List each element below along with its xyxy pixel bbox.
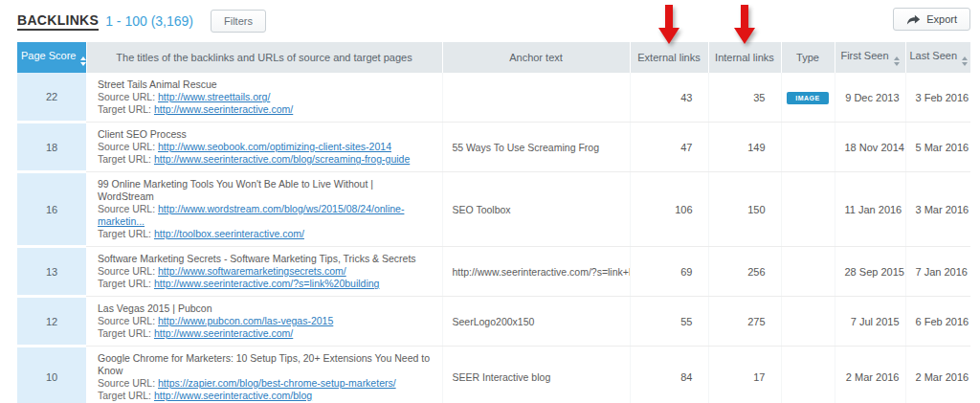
internal-links-count: 17 <box>708 347 781 403</box>
anchor-text: 55 Ways To Use Screaming Frog <box>442 123 630 172</box>
source-url-link[interactable]: https://zapier.com/blog/best-chrome-setu… <box>158 377 396 389</box>
page-score-value: 10 <box>17 347 86 403</box>
target-url-label: Target URL: <box>98 153 151 165</box>
column-header-external-links: External links <box>630 42 708 73</box>
anchor-text: SEER Interactive blog <box>442 347 630 403</box>
backlink-title: Software Marketing Secrets - Software Ma… <box>98 253 433 265</box>
page-score-value: 18 <box>17 123 86 172</box>
first-seen-date: 9 Dec 2013 <box>835 73 905 123</box>
external-links-count: 106 <box>630 172 708 247</box>
source-url-label: Source URL: <box>98 377 155 389</box>
source-url-link[interactable]: http://www.pubcon.com/las-vegas-2015 <box>158 315 333 326</box>
target-url-link[interactable]: http://www.seerinteractive.com/blog/scre… <box>154 153 410 165</box>
table-row: 22 Street Tails Animal Rescue Source URL… <box>17 73 970 123</box>
target-url-label: Target URL: <box>98 103 151 115</box>
column-header-last-seen[interactable]: Last Seen <box>905 42 970 73</box>
export-button[interactable]: Export <box>893 8 970 31</box>
source-url-label: Source URL: <box>98 315 155 326</box>
filters-button[interactable]: Filters <box>211 10 266 33</box>
internal-links-count: 149 <box>708 123 781 172</box>
target-url-label: Target URL: <box>98 390 151 401</box>
column-header-page-score[interactable]: Page Score <box>17 42 86 73</box>
internal-links-count: 150 <box>708 172 781 247</box>
source-url-label: Source URL: <box>98 203 155 214</box>
first-seen-date: 28 Sep 2015 <box>835 247 905 297</box>
sort-icon <box>894 56 900 66</box>
backlink-title: Las Vegas 2015 | Pubcon <box>98 302 433 315</box>
type-cell <box>781 172 835 247</box>
internal-links-count: 256 <box>708 247 781 297</box>
anchor-text: http://www.seerinteractive.com/?s=link+b… <box>442 247 630 297</box>
source-url-label: Source URL: <box>98 91 155 102</box>
backlink-title-cell: Street Tails Animal Rescue Source URL: h… <box>86 73 442 123</box>
table-row: 13 Software Marketing Secrets - Software… <box>17 247 970 297</box>
external-links-count: 43 <box>630 73 708 123</box>
first-seen-date: 2 Mar 2016 <box>835 347 905 403</box>
anchor-text: SEO Toolbox <box>442 172 630 247</box>
external-links-count: 84 <box>630 347 708 403</box>
table-row: 16 99 Online Marketing Tools You Won't B… <box>17 172 970 247</box>
page-score-value: 22 <box>17 73 86 123</box>
backlink-title-cell: Software Marketing Secrets - Software Ma… <box>86 247 442 297</box>
backlink-title: Street Tails Animal Rescue <box>98 78 433 91</box>
sort-icon <box>80 56 86 66</box>
backlink-title-cell: 99 Online Marketing Tools You Won't Be A… <box>86 172 442 247</box>
last-seen-date: 6 Feb 2016 <box>905 297 970 347</box>
report-header-bar: BACKLINKS 1 - 100 (3,169) Filters Export <box>17 0 970 42</box>
target-url-label: Target URL: <box>98 278 151 289</box>
source-url-link[interactable]: http://www.softwaremarketingsecrets.com/ <box>158 265 346 277</box>
target-url-link[interactable]: http://www.seerinteractive.com/blog <box>154 390 312 401</box>
page-score-value: 16 <box>17 172 86 247</box>
source-url-label: Source URL: <box>98 265 155 277</box>
table-row: 18 Client SEO Process Source URL: http:/… <box>17 123 970 172</box>
result-range-count: 1 - 100 (3,169) <box>105 13 193 29</box>
backlink-title: 99 Online Marketing Tools You Won't Be A… <box>98 178 433 203</box>
backlink-title-cell: Google Chrome for Marketers: 10 Setup Ti… <box>86 347 442 403</box>
last-seen-date: 2 Mar 2016 <box>905 347 970 403</box>
red-arrow-annotation-internal-links <box>731 4 758 45</box>
column-header-first-seen[interactable]: First Seen <box>835 42 905 73</box>
backlink-title-cell: Las Vegas 2015 | Pubcon Source URL: http… <box>86 297 442 347</box>
internal-links-count: 275 <box>708 297 781 347</box>
column-header-internal-links: Internal links <box>708 42 781 73</box>
target-url-link[interactable]: http://www.seerinteractive.com/ <box>154 103 293 115</box>
target-url-link[interactable]: http://www.seerinteractive.com/ <box>154 327 293 339</box>
page-score-value: 12 <box>17 297 86 347</box>
red-arrow-annotation-external-links <box>656 4 682 45</box>
last-seen-date: 7 Jan 2016 <box>905 247 970 297</box>
anchor-text <box>442 73 630 123</box>
target-url-link[interactable]: http://toolbox.seerinteractive.com/ <box>154 228 304 239</box>
last-seen-date: 5 Mar 2016 <box>905 123 970 172</box>
column-header-titles: The titles of the backlinks and URLs of … <box>86 42 442 73</box>
sort-icon <box>962 56 968 66</box>
backlink-title-cell: Client SEO Process Source URL: http://ww… <box>86 123 442 172</box>
backlinks-table: Page Score The titles of the backlinks a… <box>17 42 970 403</box>
backlinks-report-screen: BACKLINKS 1 - 100 (3,169) Filters Export… <box>0 0 980 403</box>
page-title: BACKLINKS <box>17 12 99 31</box>
target-url-link[interactable]: http://www.seerinteractive.com/?s=link%2… <box>154 278 380 289</box>
type-cell: IMAGE <box>781 73 835 123</box>
table-row: 12 Las Vegas 2015 | Pubcon Source URL: h… <box>17 297 970 347</box>
anchor-text: SeerLogo200x150 <box>442 297 630 347</box>
export-arrow-icon <box>906 14 921 25</box>
type-cell <box>781 297 835 347</box>
source-url-link[interactable]: http://www.seobook.com/optimizing-client… <box>158 141 391 152</box>
external-links-count: 47 <box>630 123 708 172</box>
internal-links-count: 35 <box>708 73 781 123</box>
source-url-link[interactable]: http://www.streettails.org/ <box>158 91 270 102</box>
table-header-row: Page Score The titles of the backlinks a… <box>17 42 970 73</box>
table-row: 10 Google Chrome for Marketers: 10 Setup… <box>17 347 970 403</box>
first-seen-date: 18 Nov 2014 <box>835 123 905 172</box>
backlink-title: Google Chrome for Marketers: 10 Setup Ti… <box>98 352 433 377</box>
page-score-value: 13 <box>17 247 86 297</box>
external-links-count: 55 <box>630 297 708 347</box>
target-url-label: Target URL: <box>98 327 151 339</box>
column-header-anchor-text: Anchor text <box>442 42 630 73</box>
type-cell <box>781 247 835 297</box>
target-url-label: Target URL: <box>98 228 151 239</box>
type-cell <box>781 347 835 403</box>
backlink-title: Client SEO Process <box>98 128 433 141</box>
type-cell <box>781 123 835 172</box>
column-header-type: Type <box>781 42 835 73</box>
last-seen-date: 3 Feb 2016 <box>905 73 970 123</box>
